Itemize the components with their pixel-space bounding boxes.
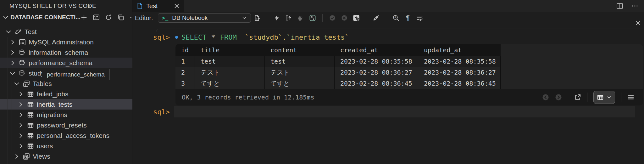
tab-test[interactable]: Test	[132, 0, 184, 12]
result-cell[interactable]: 2	[175, 67, 195, 78]
grid-view-button[interactable]	[593, 91, 615, 104]
indent-guide	[16, 89, 16, 151]
tree-item-mysql-administration[interactable]: MySQL Administration	[0, 37, 132, 47]
schema-icon	[19, 70, 26, 77]
result-cell[interactable]: 2023-02-28 08:35:58	[335, 56, 418, 67]
tree-item-label: inertia_tests	[37, 101, 72, 108]
indent-guide	[12, 78, 12, 151]
result-cell[interactable]: 2023-02-28 08:36:27	[335, 67, 418, 78]
menu-icon[interactable]	[627, 94, 634, 101]
schema-icon	[19, 49, 26, 56]
connections-browser-icon[interactable]	[93, 14, 100, 21]
close-icon[interactable]	[173, 3, 180, 9]
chevron-right-icon[interactable]	[9, 49, 16, 56]
tree-item-label: Routines	[33, 163, 59, 164]
chevron-right-icon[interactable]	[17, 122, 24, 129]
result-cell[interactable]: test	[195, 56, 265, 67]
current-line-input[interactable]	[174, 106, 635, 117]
result-cell[interactable]: テスト	[195, 67, 265, 78]
chevron-down-icon[interactable]	[9, 70, 16, 77]
add-connection-icon[interactable]	[80, 14, 87, 21]
sql-statement-line: sql> SELECT * FROM `studydb`.`inertia_te…	[132, 31, 644, 43]
duplicate-icon[interactable]	[117, 14, 124, 21]
tree-item-label: Views	[33, 153, 50, 160]
find-icon[interactable]: A	[391, 13, 401, 23]
column-header-id[interactable]: id	[175, 44, 195, 56]
tree-item-routines[interactable]: Routines	[0, 161, 132, 164]
result-cell[interactable]: 2023-02-28 08:35:58	[418, 56, 501, 67]
stop-on-error-icon[interactable]	[296, 13, 305, 23]
execute-icon[interactable]	[272, 13, 281, 23]
rollback-x-icon[interactable]	[340, 13, 349, 23]
clean-icon[interactable]	[371, 13, 381, 23]
chevron-right-icon[interactable]	[9, 39, 16, 46]
tree-item-views[interactable]: Views	[0, 151, 132, 161]
chevron-right-icon[interactable]	[17, 132, 24, 139]
tree-item-failed-jobs[interactable]: failed_jobs	[0, 89, 132, 99]
open-new-view-icon[interactable]	[574, 94, 581, 101]
column-header-title[interactable]: title	[195, 44, 265, 56]
tree-item-label: information_schema	[29, 49, 88, 56]
tree-item-migrations[interactable]: migrations	[0, 110, 132, 120]
sql-statement[interactable]: SELECT * FROM `studydb`.`inertia_tests`	[174, 33, 349, 41]
database-connections-section[interactable]: DATABASE CONNECTI...	[0, 12, 132, 23]
chevron-right-icon[interactable]	[17, 143, 24, 150]
table-icon	[27, 143, 34, 150]
commit-check-icon[interactable]	[328, 13, 337, 23]
chevron-right-icon[interactable]	[9, 59, 16, 66]
result-cell[interactable]: test	[265, 56, 335, 67]
column-header-created_at[interactable]: created_at	[335, 44, 418, 56]
table-icon	[27, 91, 34, 98]
grid-view-icon	[597, 94, 604, 101]
chevron-right-icon[interactable]	[17, 91, 24, 98]
result-cell[interactable]: てすと	[195, 78, 265, 89]
tree-item-test[interactable]: Test	[0, 26, 132, 37]
tree-item-performance-schema[interactable]: performance_schema	[0, 58, 132, 68]
tree-item-label: users	[37, 142, 53, 150]
pilcrow-icon[interactable]: ¶	[403, 13, 413, 23]
tree-item-information-schema[interactable]: information_schema	[0, 47, 132, 58]
chevron-down-icon	[242, 15, 247, 20]
result-row: 3てすとてすと2023-02-28 08:36:452023-02-28 08:…	[175, 78, 643, 89]
result-cell[interactable]: 2023-02-28 08:36:45	[335, 78, 418, 89]
result-cell[interactable]: てすと	[265, 78, 335, 89]
chevron-down-icon[interactable]	[5, 28, 12, 35]
separator	[322, 14, 323, 22]
more-actions-icon[interactable]	[88, 3, 95, 9]
tree-item-password-resets[interactable]: password_resets	[0, 120, 132, 130]
next-page-icon[interactable]	[555, 94, 562, 101]
tree-item-personal-access-tokens[interactable]: personal_access_tokens	[0, 130, 132, 141]
column-header-updated_at[interactable]: updated_at	[418, 44, 501, 56]
result-cell[interactable]: 2023-02-28 08:36:45	[418, 78, 501, 89]
result-controls	[542, 91, 643, 104]
chevron-down-icon[interactable]	[13, 80, 20, 87]
tabbar-actions	[616, 0, 644, 12]
table-icon	[27, 101, 34, 108]
tree-item-inertia-tests[interactable]: inertia_tests	[0, 99, 132, 110]
chevron-right-icon[interactable]	[17, 111, 24, 118]
previous-page-icon[interactable]	[542, 94, 549, 101]
chevron-right-icon[interactable]	[13, 153, 20, 160]
word-wrap-icon[interactable]	[415, 13, 425, 23]
tree-item-label: MySQL Administration	[29, 38, 94, 46]
result-cell[interactable]: テスト	[265, 67, 335, 78]
separator	[267, 14, 267, 22]
auto-commit-icon[interactable]	[352, 13, 361, 23]
chevron-right-icon[interactable]	[17, 101, 24, 108]
heatwave-icon[interactable]	[308, 13, 317, 23]
tree-item-label: Test	[25, 28, 37, 36]
result-row: 1testtest2023-02-28 08:35:582023-02-28 0…	[175, 56, 643, 67]
split-editor-icon[interactable]	[616, 3, 623, 9]
result-cell[interactable]: 1	[175, 56, 195, 67]
editor-profile-dropdown[interactable]: >_ DB Notebook	[158, 13, 251, 23]
result-cell[interactable]: 3	[175, 78, 195, 89]
result-grid-rows: 1testtest2023-02-28 08:35:582023-02-28 0…	[175, 56, 643, 89]
column-header-content[interactable]: content	[265, 44, 335, 56]
editor-label: Editor:	[135, 14, 153, 22]
tree-item-users[interactable]: users	[0, 141, 132, 151]
result-cell[interactable]: 2023-02-28 08:36:27	[418, 67, 501, 78]
more-actions-icon[interactable]	[631, 3, 638, 9]
refresh-icon[interactable]	[105, 14, 112, 21]
execute-to-text-icon[interactable]	[284, 13, 293, 23]
new-script-icon[interactable]	[252, 13, 262, 23]
